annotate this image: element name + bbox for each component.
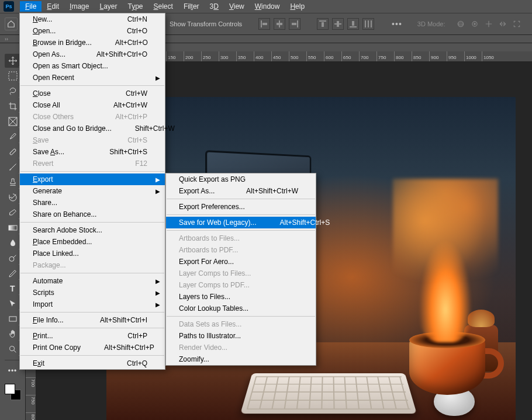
- file-menu-item-place-linked[interactable]: Place Linked...: [20, 248, 165, 259]
- type-tool[interactable]: T: [5, 282, 21, 296]
- menu-select[interactable]: Select: [148, 1, 178, 12]
- file-menu: New...Ctrl+NOpen...Ctrl+OBrowse in Bridg…: [19, 13, 165, 370]
- pen-tool[interactable]: [5, 266, 21, 280]
- align-right-button[interactable]: [289, 18, 300, 30]
- export-menu-item-export-for-aero[interactable]: Export For Aero...: [166, 256, 316, 268]
- crop-tool[interactable]: [5, 99, 21, 113]
- export-menu-item-export-preferences[interactable]: Export Preferences...: [166, 201, 316, 213]
- file-menu-item-close[interactable]: CloseCtrl+W: [20, 88, 165, 99]
- menu-help[interactable]: Help: [285, 1, 310, 12]
- pan-3d-icon[interactable]: [484, 19, 493, 29]
- file-menu-item-search-adobe-stock[interactable]: Search Adobe Stock...: [20, 224, 165, 236]
- 3d-mode-icons: [456, 19, 521, 29]
- svg-point-18: [474, 23, 475, 25]
- roll-3d-icon[interactable]: [470, 19, 479, 29]
- color-swatches[interactable]: [4, 383, 22, 401]
- file-menu-item-save-as[interactable]: Save As...Shift+Ctrl+S: [20, 146, 165, 158]
- export-menu-item-quick-export-as-png[interactable]: Quick Export as PNG: [166, 173, 316, 185]
- ruler-tick: 550: [306, 51, 324, 61]
- menu-file[interactable]: File: [20, 1, 42, 12]
- file-menu-item-open-as[interactable]: Open As...Alt+Shift+Ctrl+O: [20, 48, 165, 60]
- distribute-button[interactable]: [362, 18, 374, 30]
- zoom-3d-icon[interactable]: [512, 19, 521, 29]
- file-menu-item-export[interactable]: Export▶: [20, 173, 165, 185]
- ruler-tick: 650: [341, 51, 359, 61]
- 3d-mode-label: 3D Mode:: [417, 20, 445, 27]
- align-center-h-button[interactable]: [274, 18, 285, 30]
- file-menu-item-open-as-smart-object[interactable]: Open as Smart Object...: [20, 60, 165, 72]
- align-group: [258, 18, 300, 30]
- clone-stamp-tool[interactable]: [5, 175, 21, 189]
- export-menu-item-artboards-to-files: Artboards to Files...: [166, 232, 316, 244]
- home-icon[interactable]: [5, 18, 18, 30]
- chevron-right-icon[interactable]: ››: [5, 36, 8, 42]
- menu-type[interactable]: Type: [122, 1, 148, 12]
- svg-rect-1: [262, 23, 267, 25]
- orbit-3d-icon[interactable]: [456, 19, 465, 29]
- export-menu-item-color-lookup-tables[interactable]: Color Lookup Tables...: [166, 303, 316, 314]
- ruler-tick: 750: [26, 395, 36, 412]
- history-brush-tool[interactable]: [5, 190, 21, 204]
- more-options-icon[interactable]: •••: [392, 19, 402, 29]
- file-menu-item-open[interactable]: Open...Ctrl+O: [20, 25, 165, 37]
- move-tool[interactable]: [5, 54, 21, 68]
- align-bottom-button[interactable]: [347, 18, 359, 30]
- dodge-tool[interactable]: [5, 251, 21, 265]
- align-center-v-button[interactable]: [332, 18, 344, 30]
- file-menu-item-open-recent[interactable]: Open Recent▶: [20, 72, 165, 84]
- ruler-tick: 350: [236, 51, 254, 61]
- svg-rect-9: [337, 21, 339, 27]
- rectangle-tool[interactable]: [5, 312, 21, 326]
- align-top-button[interactable]: [317, 18, 329, 30]
- ruler-tick: 750: [376, 51, 394, 61]
- menu-layer[interactable]: Layer: [94, 1, 122, 12]
- hand-tool[interactable]: [5, 327, 21, 341]
- menu-3d[interactable]: 3D: [205, 1, 224, 12]
- export-menu-item-paths-to-illustrator[interactable]: Paths to Illustrator...: [166, 330, 316, 342]
- healing-brush-tool[interactable]: [5, 145, 21, 159]
- align-left-button[interactable]: [258, 18, 270, 30]
- ruler-tick: 200: [184, 51, 201, 61]
- menu-filter[interactable]: Filter: [178, 1, 205, 12]
- lasso-tool[interactable]: [5, 84, 21, 98]
- file-menu-item-generate[interactable]: Generate▶: [20, 185, 165, 197]
- file-menu-item-share[interactable]: Share...: [20, 197, 165, 209]
- file-menu-item-place-embedded[interactable]: Place Embedded...: [20, 236, 165, 248]
- ruler-tick: 400: [254, 51, 271, 61]
- export-menu-item-layers-to-files[interactable]: Layers to Files...: [166, 291, 316, 303]
- menu-edit[interactable]: Edit: [42, 1, 64, 12]
- menu-window[interactable]: Window: [250, 1, 285, 12]
- file-menu-item-share-on-behance[interactable]: Share on Behance...: [20, 209, 165, 220]
- file-menu-item-close-all[interactable]: Close AllAlt+Ctrl+W: [20, 99, 165, 111]
- ruler-tick: 850: [412, 51, 429, 61]
- file-menu-item-scripts[interactable]: Scripts▶: [20, 287, 165, 298]
- path-selection-tool[interactable]: [5, 297, 21, 311]
- slide-3d-icon[interactable]: [498, 19, 507, 29]
- zoom-tool[interactable]: [5, 342, 21, 356]
- file-menu-item-exit[interactable]: ExitCtrl+Q: [20, 357, 165, 369]
- export-menu-item-export-as[interactable]: Export As...Alt+Shift+Ctrl+W: [166, 185, 316, 197]
- file-menu-item-new[interactable]: New...Ctrl+N: [20, 13, 165, 25]
- ruler-tick: 700: [26, 377, 36, 395]
- export-menu-item-zoomify[interactable]: Zoomify...: [166, 353, 316, 365]
- export-menu-item-layer-comps-to-pdf: Layer Comps to PDF...: [166, 279, 316, 291]
- blur-tool[interactable]: [5, 236, 21, 250]
- gradient-tool[interactable]: [5, 221, 21, 235]
- file-menu-item-browse-in-bridge[interactable]: Browse in Bridge...Alt+Ctrl+O: [20, 37, 165, 48]
- file-menu-item-automate[interactable]: Automate▶: [20, 275, 165, 287]
- edit-toolbar-button[interactable]: •••: [5, 364, 21, 378]
- frame-tool[interactable]: [5, 114, 21, 129]
- export-submenu: Quick Export as PNGExport As...Alt+Shift…: [165, 173, 316, 366]
- brush-tool[interactable]: [5, 160, 21, 174]
- file-menu-item-file-info[interactable]: File Info...Alt+Shift+Ctrl+I: [20, 314, 165, 326]
- file-menu-item-print-one-copy[interactable]: Print One CopyAlt+Shift+Ctrl+P: [20, 342, 165, 353]
- eyedropper-tool[interactable]: [5, 130, 21, 144]
- file-menu-item-import[interactable]: Import▶: [20, 298, 165, 310]
- export-menu-item-save-for-web-legacy[interactable]: Save for Web (Legacy)...Alt+Shift+Ctrl+S: [166, 217, 316, 228]
- file-menu-item-print[interactable]: Print...Ctrl+P: [20, 330, 165, 342]
- file-menu-item-close-and-go-to-bridge[interactable]: Close and Go to Bridge...Shift+Ctrl+W: [20, 123, 165, 134]
- menu-image[interactable]: Image: [64, 1, 94, 12]
- marquee-tool[interactable]: [5, 69, 21, 83]
- eraser-tool[interactable]: [5, 206, 21, 220]
- menu-view[interactable]: View: [224, 1, 250, 12]
